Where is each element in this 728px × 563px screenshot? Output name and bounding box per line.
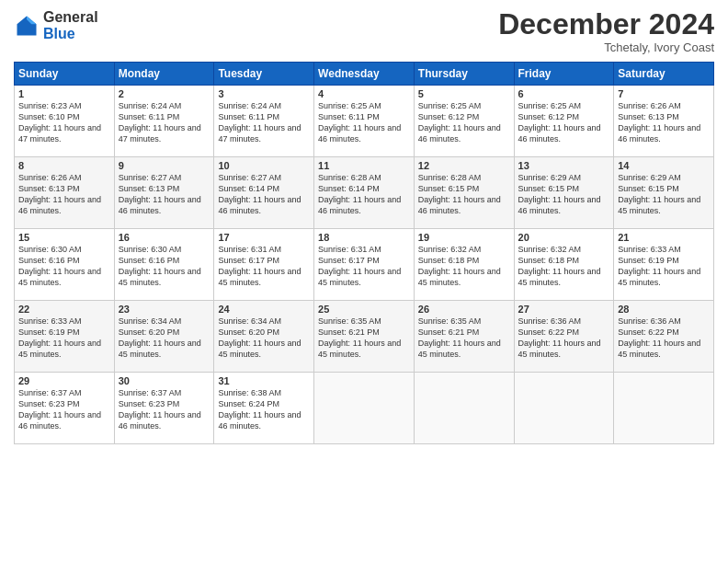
table-row: 12Sunrise: 6:28 AMSunset: 6:15 PMDayligh… (414, 157, 514, 229)
day-info: Sunrise: 6:29 AMSunset: 6:15 PMDaylight:… (518, 172, 610, 217)
day-number: 18 (318, 232, 410, 243)
table-row: 18Sunrise: 6:31 AMSunset: 6:17 PMDayligh… (314, 229, 415, 301)
table-row: 6Sunrise: 6:25 AMSunset: 6:12 PMDaylight… (514, 86, 614, 157)
day-number: 23 (119, 304, 210, 315)
day-info: Sunrise: 6:32 AMSunset: 6:18 PMDaylight:… (518, 244, 610, 289)
day-info: Sunrise: 6:36 AMSunset: 6:22 PMDaylight:… (518, 316, 610, 361)
day-info: Sunrise: 6:34 AMSunset: 6:20 PMDaylight:… (218, 316, 310, 361)
day-info: Sunrise: 6:24 AMSunset: 6:11 PMDaylight:… (218, 100, 310, 145)
day-number: 10 (218, 160, 310, 171)
day-number: 17 (218, 232, 310, 243)
calendar-week-row: 29Sunrise: 6:37 AMSunset: 6:23 PMDayligh… (15, 373, 714, 444)
day-info: Sunrise: 6:25 AMSunset: 6:11 PMDaylight:… (318, 100, 410, 145)
header: General Blue December 2024 Tchetaly, Ivo… (14, 9, 714, 54)
day-info: Sunrise: 6:33 AMSunset: 6:19 PMDaylight:… (18, 316, 110, 361)
table-row: 8Sunrise: 6:26 AMSunset: 6:13 PMDaylight… (15, 157, 115, 229)
table-row: 10Sunrise: 6:27 AMSunset: 6:14 PMDayligh… (214, 157, 314, 229)
header-sunday: Sunday (15, 63, 115, 86)
calendar-week-row: 15Sunrise: 6:30 AMSunset: 6:16 PMDayligh… (15, 229, 714, 301)
day-info: Sunrise: 6:34 AMSunset: 6:20 PMDaylight:… (119, 316, 210, 361)
day-info: Sunrise: 6:27 AMSunset: 6:13 PMDaylight:… (119, 172, 210, 217)
day-number: 12 (418, 160, 510, 171)
day-number: 1 (18, 88, 110, 99)
table-row: 20Sunrise: 6:32 AMSunset: 6:18 PMDayligh… (514, 229, 614, 301)
day-number: 20 (518, 232, 610, 243)
day-number: 16 (119, 232, 210, 243)
header-wednesday: Wednesday (314, 63, 415, 86)
table-row (314, 373, 415, 444)
table-row: 15Sunrise: 6:30 AMSunset: 6:16 PMDayligh… (15, 229, 115, 301)
day-number: 28 (618, 304, 710, 315)
day-number: 7 (618, 88, 710, 99)
table-row: 27Sunrise: 6:36 AMSunset: 6:22 PMDayligh… (514, 301, 614, 373)
day-info: Sunrise: 6:31 AMSunset: 6:17 PMDaylight:… (218, 244, 310, 289)
day-number: 14 (618, 160, 710, 171)
day-number: 6 (518, 88, 610, 99)
table-row: 31Sunrise: 6:38 AMSunset: 6:24 PMDayligh… (214, 373, 314, 444)
day-number: 9 (119, 160, 210, 171)
table-row: 24Sunrise: 6:34 AMSunset: 6:20 PMDayligh… (214, 301, 314, 373)
logo-blue: Blue (43, 26, 98, 42)
month-title: December 2024 (498, 9, 714, 39)
calendar-header-row: Sunday Monday Tuesday Wednesday Thursday… (15, 63, 714, 86)
table-row: 17Sunrise: 6:31 AMSunset: 6:17 PMDayligh… (214, 229, 314, 301)
calendar: Sunday Monday Tuesday Wednesday Thursday… (14, 62, 714, 444)
day-info: Sunrise: 6:26 AMSunset: 6:13 PMDaylight:… (618, 100, 710, 145)
day-number: 30 (119, 375, 210, 386)
day-info: Sunrise: 6:27 AMSunset: 6:14 PMDaylight:… (218, 172, 310, 217)
table-row: 25Sunrise: 6:35 AMSunset: 6:21 PMDayligh… (314, 301, 415, 373)
table-row: 23Sunrise: 6:34 AMSunset: 6:20 PMDayligh… (114, 301, 214, 373)
day-info: Sunrise: 6:35 AMSunset: 6:21 PMDaylight:… (318, 316, 410, 361)
table-row: 30Sunrise: 6:37 AMSunset: 6:23 PMDayligh… (114, 373, 214, 444)
day-number: 3 (218, 88, 310, 99)
day-number: 21 (618, 232, 710, 243)
header-tuesday: Tuesday (214, 63, 314, 86)
table-row: 19Sunrise: 6:32 AMSunset: 6:18 PMDayligh… (414, 229, 514, 301)
day-number: 29 (18, 375, 110, 386)
logo: General Blue (14, 9, 98, 41)
day-number: 19 (418, 232, 510, 243)
title-block: December 2024 Tchetaly, Ivory Coast (498, 9, 714, 54)
table-row: 3Sunrise: 6:24 AMSunset: 6:11 PMDaylight… (214, 86, 314, 157)
logo-icon (14, 13, 40, 39)
table-row: 5Sunrise: 6:25 AMSunset: 6:12 PMDaylight… (414, 86, 514, 157)
day-number: 13 (518, 160, 610, 171)
day-info: Sunrise: 6:36 AMSunset: 6:22 PMDaylight:… (618, 316, 710, 361)
table-row: 28Sunrise: 6:36 AMSunset: 6:22 PMDayligh… (614, 301, 714, 373)
day-info: Sunrise: 6:24 AMSunset: 6:11 PMDaylight:… (119, 100, 210, 145)
day-number: 25 (318, 304, 410, 315)
table-row: 13Sunrise: 6:29 AMSunset: 6:15 PMDayligh… (514, 157, 614, 229)
day-info: Sunrise: 6:35 AMSunset: 6:21 PMDaylight:… (418, 316, 510, 361)
table-row (614, 373, 714, 444)
day-info: Sunrise: 6:32 AMSunset: 6:18 PMDaylight:… (418, 244, 510, 289)
day-info: Sunrise: 6:28 AMSunset: 6:15 PMDaylight:… (418, 172, 510, 217)
day-number: 31 (218, 375, 310, 386)
table-row: 16Sunrise: 6:30 AMSunset: 6:16 PMDayligh… (114, 229, 214, 301)
day-info: Sunrise: 6:37 AMSunset: 6:23 PMDaylight:… (18, 387, 110, 432)
day-number: 22 (18, 304, 110, 315)
day-info: Sunrise: 6:33 AMSunset: 6:19 PMDaylight:… (618, 244, 710, 289)
table-row: 26Sunrise: 6:35 AMSunset: 6:21 PMDayligh… (414, 301, 514, 373)
page: General Blue December 2024 Tchetaly, Ivo… (0, 0, 728, 563)
calendar-week-row: 22Sunrise: 6:33 AMSunset: 6:19 PMDayligh… (15, 301, 714, 373)
day-info: Sunrise: 6:26 AMSunset: 6:13 PMDaylight:… (18, 172, 110, 217)
table-row: 21Sunrise: 6:33 AMSunset: 6:19 PMDayligh… (614, 229, 714, 301)
day-number: 24 (218, 304, 310, 315)
day-number: 11 (318, 160, 410, 171)
table-row: 7Sunrise: 6:26 AMSunset: 6:13 PMDaylight… (614, 86, 714, 157)
day-info: Sunrise: 6:38 AMSunset: 6:24 PMDaylight:… (218, 387, 310, 432)
day-info: Sunrise: 6:25 AMSunset: 6:12 PMDaylight:… (518, 100, 610, 145)
day-info: Sunrise: 6:30 AMSunset: 6:16 PMDaylight:… (119, 244, 210, 289)
day-number: 5 (418, 88, 510, 99)
day-info: Sunrise: 6:30 AMSunset: 6:16 PMDaylight:… (18, 244, 110, 289)
table-row: 11Sunrise: 6:28 AMSunset: 6:14 PMDayligh… (314, 157, 415, 229)
header-thursday: Thursday (414, 63, 514, 86)
day-number: 8 (18, 160, 110, 171)
day-info: Sunrise: 6:28 AMSunset: 6:14 PMDaylight:… (318, 172, 410, 217)
day-info: Sunrise: 6:37 AMSunset: 6:23 PMDaylight:… (119, 387, 210, 432)
day-number: 4 (318, 88, 410, 99)
table-row: 4Sunrise: 6:25 AMSunset: 6:11 PMDaylight… (314, 86, 415, 157)
day-number: 15 (18, 232, 110, 243)
table-row: 14Sunrise: 6:29 AMSunset: 6:15 PMDayligh… (614, 157, 714, 229)
day-info: Sunrise: 6:23 AMSunset: 6:10 PMDaylight:… (18, 100, 110, 145)
